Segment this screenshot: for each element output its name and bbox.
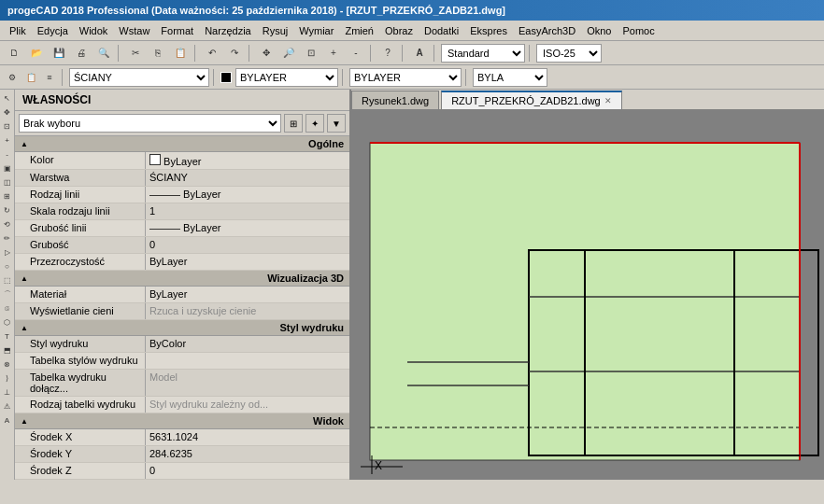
paste-btn[interactable]: 📋 — [170, 44, 191, 63]
menu-edycja[interactable]: Edycja — [32, 23, 74, 38]
prop-value-przezroczystosc: ByLayer — [146, 254, 349, 270]
section-ogolne[interactable]: Ogólne — [15, 136, 349, 152]
copy-btn[interactable]: ⎘ — [148, 44, 168, 63]
section-styl-wydruku[interactable]: Styl wydruku — [15, 320, 349, 336]
prop-value-grubosc-linii: ——— ByLayer — [146, 220, 349, 236]
layer-state-btn[interactable]: ≡ — [41, 68, 58, 87]
left-btn-3[interactable]: ⊡ — [1, 119, 14, 133]
prop-label-grubosc-linii: Grubość linii — [15, 220, 146, 236]
sep6 — [433, 45, 437, 62]
left-btn-16[interactable]: ⟃ — [1, 301, 14, 315]
menu-easyarch3d[interactable]: EasyArch3D — [513, 23, 581, 38]
menu-okno[interactable]: Okno — [581, 23, 617, 38]
left-btn-19[interactable]: ⬒ — [1, 343, 14, 357]
left-btn-9[interactable]: ↻ — [1, 203, 14, 217]
sep-l3 — [342, 69, 346, 86]
save-btn[interactable]: 💾 — [49, 44, 69, 63]
section-widok[interactable]: Widok — [15, 413, 349, 429]
menu-pomoc[interactable]: Pomoc — [617, 23, 660, 38]
iso-select[interactable]: ISO-25 — [536, 44, 602, 63]
canvas-area[interactable]: Naprzeciwległy róg: — [351, 110, 824, 480]
color-swatch-kolor — [149, 154, 161, 165]
tab-rysunek1[interactable]: Rysunek1.dwg — [351, 91, 439, 109]
toolbar-row-1: 🗋 📂 💾 🖨 🔍 ✂ ⎘ 📋 ↶ ↷ ✥ 🔎 ⊡ + - ? A Standa… — [0, 41, 824, 65]
prop-icon-btn-3[interactable]: ▼ — [327, 114, 346, 133]
zoom-out-btn[interactable]: - — [346, 44, 366, 63]
drawing-area: Rysunek1.dwg RZUT_PRZEKRÓ_ZADB21.dwg ✕ N… — [351, 90, 824, 480]
menu-zmien[interactable]: Zmień — [339, 23, 379, 38]
left-btn-11[interactable]: ✏ — [1, 231, 14, 245]
object-selector[interactable]: Brak wyboru — [19, 114, 281, 133]
left-btn-24[interactable]: A — [1, 413, 14, 427]
prop-row-warstwa: Warstwa ŚCIANY — [15, 170, 349, 187]
zoom-all-btn[interactable]: ⊡ — [301, 44, 321, 63]
undo-btn[interactable]: ↶ — [202, 44, 222, 63]
zoom-in-btn[interactable]: + — [323, 44, 344, 63]
prop-icon-btn-1[interactable]: ⊞ — [284, 114, 303, 133]
left-btn-5[interactable]: - — [1, 147, 14, 161]
prop-value-material: ByLayer — [146, 287, 349, 302]
tab-label-rysunek1: Rysunek1.dwg — [362, 95, 429, 106]
left-btn-10[interactable]: ⟲ — [1, 217, 14, 231]
menu-format[interactable]: Format — [155, 23, 199, 38]
prop-value-tabelka2: Model — [146, 370, 349, 396]
left-btn-23[interactable]: ⚠ — [1, 399, 14, 413]
sep-l1 — [62, 69, 65, 86]
lineweight-select[interactable]: BYLA — [473, 68, 547, 87]
tab-rzut[interactable]: RZUT_PRZEKRÓ_ZADB21.dwg ✕ — [441, 91, 622, 109]
cut-btn[interactable]: ✂ — [125, 44, 146, 63]
menu-wymiar[interactable]: Wymiar — [293, 23, 339, 38]
menu-narzedzia[interactable]: Narzędzia — [199, 23, 257, 38]
left-btn-8[interactable]: ⊞ — [1, 189, 14, 203]
left-btn-1[interactable]: ↖ — [1, 91, 14, 105]
prop-row-styl-wydruku: Styl wydruku ByColor — [15, 336, 349, 353]
open-btn[interactable]: 📂 — [26, 44, 47, 63]
prop-label-tabelka2: Tabelka wydruku dołącz... — [15, 370, 146, 396]
left-btn-4[interactable]: + — [1, 133, 14, 147]
print-btn[interactable]: 🖨 — [71, 44, 92, 63]
help-btn[interactable]: ? — [377, 44, 398, 63]
left-btn-14[interactable]: ⬚ — [1, 273, 14, 287]
style-select[interactable]: Standard — [441, 44, 525, 63]
left-btn-21[interactable]: ⟩ — [1, 371, 14, 385]
prop-icon-btn-2[interactable]: ✦ — [305, 114, 324, 133]
menu-widok[interactable]: Widok — [74, 23, 114, 38]
left-btn-15[interactable]: ⌒ — [1, 287, 14, 301]
layer-select[interactable]: ŚCIANY — [69, 68, 209, 87]
prop-label-styl-wydruku: Styl wydruku — [15, 336, 146, 352]
sep7 — [529, 45, 533, 62]
pan-btn[interactable]: ✥ — [256, 44, 277, 63]
tab-close-rzut[interactable]: ✕ — [604, 96, 612, 105]
prop-value-rodzaj-linii: ——— ByLayer — [146, 187, 349, 203]
new-btn[interactable]: 🗋 — [4, 44, 24, 63]
tab-bar: Rysunek1.dwg RZUT_PRZEKRÓ_ZADB21.dwg ✕ — [351, 90, 824, 110]
section-wizualizacja[interactable]: Wizualizacja 3D — [15, 271, 349, 287]
menu-rysuj[interactable]: Rysuj — [257, 23, 294, 38]
sep-l2 — [213, 69, 217, 86]
prop-value-srodek-z: 0 — [146, 463, 349, 479]
text-a-btn[interactable]: A — [409, 44, 430, 63]
menu-dodatki[interactable]: Dodatki — [419, 23, 464, 38]
left-btn-7[interactable]: ◫ — [1, 175, 14, 189]
layer-mgr-btn[interactable]: ⚙ — [4, 68, 21, 87]
zoom-btn[interactable]: 🔎 — [278, 44, 299, 63]
left-btn-6[interactable]: ▣ — [1, 161, 14, 175]
linetype-select[interactable]: BYLAYER — [349, 68, 462, 87]
left-btn-17[interactable]: ⬡ — [1, 315, 14, 329]
left-btn-18[interactable]: T — [1, 329, 14, 343]
layer-props-btn[interactable]: 📋 — [22, 68, 39, 87]
left-btn-12[interactable]: ▷ — [1, 245, 14, 259]
menu-ekspres[interactable]: Ekspres — [464, 23, 513, 38]
menu-plik[interactable]: Plik — [4, 23, 32, 38]
preview-btn[interactable]: 🔍 — [93, 44, 114, 63]
left-btn-20[interactable]: ⊗ — [1, 357, 14, 371]
menu-obraz[interactable]: Obraz — [379, 23, 419, 38]
left-btn-13[interactable]: ○ — [1, 259, 14, 273]
color-select[interactable]: BYLAYER — [235, 68, 338, 87]
menu-wstaw[interactable]: Wstaw — [113, 23, 155, 38]
prop-row-srodek-y: Środek Y 284.6235 — [15, 446, 349, 463]
redo-btn[interactable]: ↷ — [224, 44, 245, 63]
left-btn-2[interactable]: ✥ — [1, 105, 14, 119]
prop-value-tabelka — [146, 353, 349, 369]
left-btn-22[interactable]: ⊥ — [1, 385, 14, 399]
